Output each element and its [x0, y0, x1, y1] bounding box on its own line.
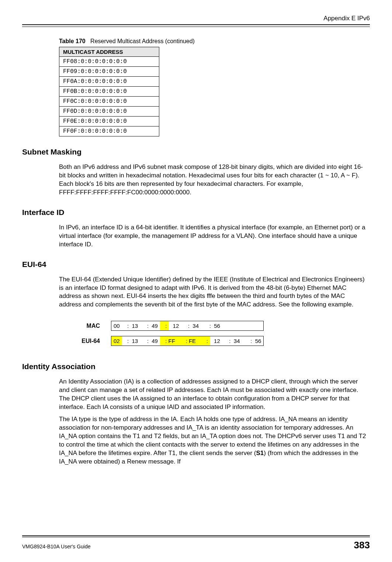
cell: 00 [111, 321, 122, 330]
ia-body2-bold: S1 [256, 450, 264, 457]
cell: 02 [111, 336, 122, 346]
eui64-label: EUI-64 [55, 336, 111, 346]
table-caption-label: Table 170 [59, 38, 86, 44]
table-row: FF0A:0:0:0:0:0:0:0 [59, 77, 159, 87]
mac-row: 00 : 13 : 49 : 12 : 34 : 56 [111, 321, 264, 331]
footer-rule-thick [22, 535, 370, 536]
cell: 12 [210, 336, 222, 346]
mac-label: MAC [55, 321, 111, 331]
identity-association-body1: An Identity Association (IA) is a collec… [59, 378, 366, 412]
multicast-table: MULTICAST ADDRESS FF08:0:0:0:0:0:0:0FF09… [59, 47, 159, 136]
eui-table: MAC 00 : 13 : 49 : 12 : 34 : 56 EUI-64 0… [55, 316, 264, 351]
cell: : 13 [122, 321, 141, 330]
cell: : [198, 336, 210, 346]
section-title-eui64: EUI-64 [22, 260, 370, 269]
eui64-row: 02 : 13 : 49 : FF : FE : 12 : 34 : 56 [111, 336, 264, 346]
section-title-subnet-masking: Subnet Masking [22, 148, 370, 156]
header-rule-thin [22, 27, 370, 27]
cell: : 49 [140, 321, 160, 330]
cell: : 56 [242, 336, 264, 346]
table-row: FF0C:0:0:0:0:0:0:0 [59, 97, 159, 107]
subnet-masking-body: Both an IPv6 address and IPv6 subnet mas… [59, 163, 366, 197]
table-caption-text: Reserved Multicast Address (continued) [90, 38, 195, 44]
cell: : FF [160, 336, 177, 346]
cell: : 49 [140, 336, 160, 346]
eui64-body: The EUI-64 (Extended Unique Identifier) … [59, 275, 366, 309]
identity-association-body2: The IA type is the type of address in th… [59, 415, 366, 466]
table-row: FF09:0:0:0:0:0:0:0 [59, 67, 159, 77]
table-caption: Table 170 Reserved Multicast Address (co… [59, 38, 370, 45]
multicast-header: MULTICAST ADDRESS [59, 47, 159, 57]
table-row: FF08:0:0:0:0:0:0:0 [59, 57, 159, 67]
cell: : FE [177, 336, 198, 346]
header-rule-thick [22, 24, 370, 25]
footer-guide: VMG8924-B10A User's Guide [22, 544, 91, 549]
cell: : 56 [201, 321, 222, 330]
table-row: FF0D:0:0:0:0:0:0:0 [59, 107, 159, 117]
table-row: FF0E:0:0:0:0:0:0:0 [59, 117, 159, 126]
header-appendix: Appendix E IPv6 [22, 15, 370, 22]
cell: 12 [169, 321, 181, 330]
cell: : [160, 321, 169, 330]
footer-rule-thin [22, 537, 370, 537]
footer: VMG8924-B10A User's Guide 383 [22, 535, 370, 551]
footer-page-number: 383 [354, 540, 370, 551]
table-row: FF0B:0:0:0:0:0:0:0 [59, 87, 159, 97]
section-title-interface-id: Interface ID [22, 208, 370, 217]
table-row: FF0F:0:0:0:0:0:0:0 [59, 126, 159, 136]
cell: : 13 [122, 336, 141, 346]
cell: : 34 [181, 321, 201, 330]
interface-id-body: In IPv6, an interface ID is a 64-bit ide… [59, 223, 366, 249]
section-title-identity-association: Identity Association [22, 362, 370, 371]
cell: : 34 [222, 336, 242, 346]
